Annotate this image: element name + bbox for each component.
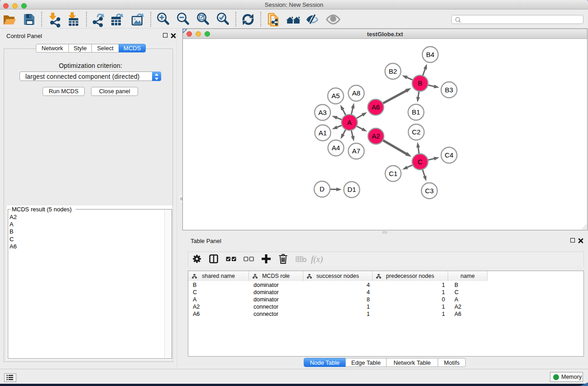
svg-text:B: B [418,79,422,87]
svg-text:A: A [347,119,352,126]
svg-text:B4: B4 [426,51,434,58]
svg-text:A5: A5 [331,92,339,100]
svg-text:B3: B3 [445,86,453,94]
svg-text:B1: B1 [412,108,420,116]
svg-text:D1: D1 [347,186,356,193]
svg-text:B2: B2 [389,67,397,75]
svg-text:C: C [418,158,423,166]
svg-text:A3: A3 [318,109,326,116]
svg-text:A6: A6 [372,103,380,111]
svg-text:A4: A4 [332,144,340,152]
svg-text:A2: A2 [372,132,380,140]
svg-text:A1: A1 [319,129,327,137]
svg-text:C1: C1 [389,170,397,177]
svg-text:D: D [320,185,325,193]
svg-text:C2: C2 [412,128,421,136]
svg-text:A8: A8 [352,89,360,97]
svg-text:A7: A7 [352,147,360,155]
svg-text:C4: C4 [445,151,453,159]
svg-text:C3: C3 [425,187,434,195]
